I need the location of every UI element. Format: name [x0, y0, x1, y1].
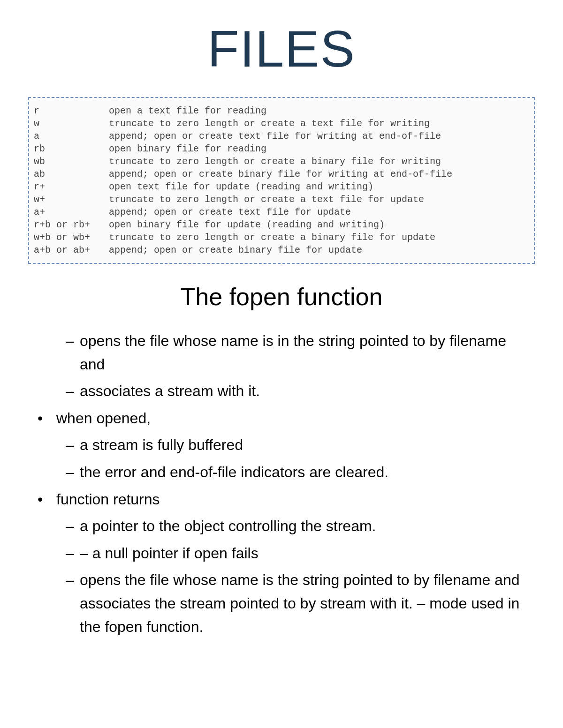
desc-cell: append; open or create text file for upd… — [109, 206, 452, 218]
body-text: opens the file whose name is in the stri… — [80, 330, 525, 376]
mode-table: ropen a text file for readingwtruncate t… — [34, 105, 452, 256]
dash-icon: – — [66, 515, 80, 538]
mode-cell: a+b or ab+ — [34, 244, 109, 256]
mode-cell: r+ — [34, 180, 109, 193]
desc-cell: append; open or create binary file for u… — [109, 244, 452, 256]
list-item: – a pointer to the object controlling th… — [38, 515, 525, 538]
desc-cell: truncate to zero length or create a bina… — [109, 155, 452, 168]
table-row: w+truncate to zero length or create a te… — [34, 193, 452, 206]
list-item: • function returns — [38, 488, 525, 511]
body-text: a pointer to the object controlling the … — [80, 515, 525, 538]
mode-cell: ab — [34, 168, 109, 180]
body-text: associates a stream with it. — [80, 380, 525, 403]
mode-cell: rb — [34, 143, 109, 155]
body-text: – a null pointer if open fails — [80, 542, 525, 565]
desc-cell: open text file for update (reading and w… — [109, 180, 452, 193]
mode-cell: wb — [34, 155, 109, 168]
desc-cell: append; open or create text file for wri… — [109, 130, 452, 143]
table-row: a+b or ab+append; open or create binary … — [34, 244, 452, 256]
bullet-icon: • — [38, 407, 56, 430]
desc-cell: open binary file for update (reading and… — [109, 218, 452, 231]
list-item: – the error and end-of-file indicators a… — [38, 461, 525, 484]
dash-icon: – — [66, 330, 80, 376]
table-row: aappend; open or create text file for wr… — [34, 130, 452, 143]
list-item: • when opened, — [38, 407, 525, 430]
desc-cell: open a text file for reading — [109, 105, 452, 117]
list-item: – opens the file whose name is in the st… — [38, 330, 525, 376]
table-row: r+open text file for update (reading and… — [34, 180, 452, 193]
list-item: – a stream is fully buffered — [38, 434, 525, 457]
page-title: FILES — [28, 19, 535, 78]
table-row: abappend; open or create binary file for… — [34, 168, 452, 180]
mode-cell: a+ — [34, 206, 109, 218]
desc-cell: truncate to zero length or create a bina… — [109, 231, 452, 244]
list-item: – opens the file whose name is the strin… — [38, 569, 525, 638]
dash-icon: – — [66, 569, 80, 638]
desc-cell: append; open or create binary file for w… — [109, 168, 452, 180]
table-row: rbopen binary file for reading — [34, 143, 452, 155]
desc-cell: truncate to zero length or create a text… — [109, 193, 452, 206]
desc-cell: open binary file for reading — [109, 143, 452, 155]
mode-cell: w+b or wb+ — [34, 231, 109, 244]
body-text: a stream is fully buffered — [80, 434, 525, 457]
desc-cell: truncate to zero length or create a text… — [109, 117, 452, 130]
table-row: ropen a text file for reading — [34, 105, 452, 117]
table-row: wbtruncate to zero length or create a bi… — [34, 155, 452, 168]
dash-icon: – — [66, 461, 80, 484]
dash-icon: – — [66, 434, 80, 457]
mode-cell: a — [34, 130, 109, 143]
body-text: function returns — [56, 488, 525, 511]
section-subtitle: The fopen function — [28, 283, 535, 311]
list-item: – – a null pointer if open fails — [38, 542, 525, 565]
mode-cell: w+ — [34, 193, 109, 206]
dash-icon: – — [66, 380, 80, 403]
table-row: w+b or wb+truncate to zero length or cre… — [34, 231, 452, 244]
document-page: FILES ropen a text file for readingwtrun… — [0, 0, 563, 670]
bullet-icon: • — [38, 488, 56, 511]
body-content: – opens the file whose name is in the st… — [28, 330, 535, 638]
mode-cell: w — [34, 117, 109, 130]
table-row: a+append; open or create text file for u… — [34, 206, 452, 218]
table-row: wtruncate to zero length or create a tex… — [34, 117, 452, 130]
body-text: when opened, — [56, 407, 525, 430]
body-text: opens the file whose name is the string … — [80, 569, 525, 638]
mode-cell: r — [34, 105, 109, 117]
body-text: the error and end-of-file indicators are… — [80, 461, 525, 484]
mode-table-box: ropen a text file for readingwtruncate t… — [28, 97, 535, 264]
table-row: r+b or rb+open binary file for update (r… — [34, 218, 452, 231]
list-item: – associates a stream with it. — [38, 380, 525, 403]
mode-cell: r+b or rb+ — [34, 218, 109, 231]
dash-icon: – — [66, 542, 80, 565]
